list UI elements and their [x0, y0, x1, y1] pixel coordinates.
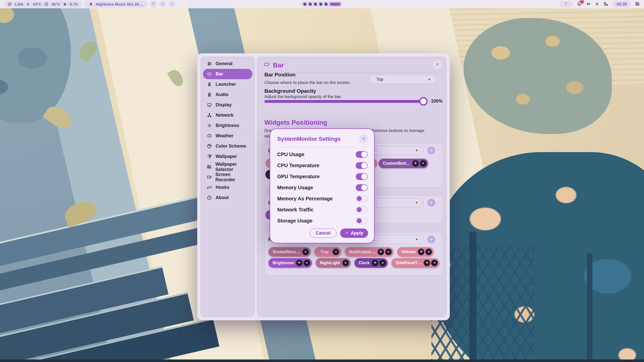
workspace-dot-1[interactable] [303, 3, 307, 6]
sidebar-item-color-scheme[interactable]: Color Scheme [203, 141, 252, 151]
widget-settings-button[interactable] [418, 249, 424, 255]
workspace-active-pill[interactable] [330, 3, 341, 6]
sidebar-item-brightness[interactable]: Brightness [203, 120, 252, 131]
gear-icon [425, 261, 429, 265]
remove-widget-button[interactable] [385, 249, 392, 255]
rocket-icon [207, 82, 212, 87]
widget-chip-notifications[interactable]: Notification… [345, 247, 393, 257]
gesture-button[interactable] [559, 1, 573, 8]
cpu-usage-toggle[interactable] [356, 151, 368, 158]
add-widget-button-left[interactable]: + [427, 147, 435, 154]
night-light-button[interactable] [603, 1, 609, 7]
memory-usage-toggle[interactable] [356, 184, 368, 191]
heart-icon [161, 2, 165, 7]
widget-settings-button[interactable] [372, 260, 378, 266]
widget-chip-nightlight[interactable]: NightLight [316, 258, 351, 268]
widget-chip-brightness[interactable]: Brightness [268, 258, 312, 268]
toggle-row-gpu-temperature: GPU Temperature [277, 171, 368, 182]
overview-grid-icon [635, 1, 640, 7]
notification-count-badge: 10 [579, 0, 584, 4]
toggle-row-storage-usage: Storage Usage [277, 215, 368, 226]
remove-widget-button[interactable] [304, 260, 310, 266]
close-icon [427, 250, 430, 254]
sidebar-item-launcher[interactable]: Launcher [203, 79, 252, 89]
gpu-temperature-toggle[interactable] [356, 173, 368, 180]
close-icon [305, 261, 308, 265]
dialog-title: SystemMonitor Settings [277, 136, 341, 142]
overview-button[interactable] [635, 1, 640, 7]
add-widget-button-center[interactable]: + [427, 199, 435, 207]
background-opacity-slider-knob[interactable] [419, 97, 428, 106]
gear-icon [374, 261, 377, 265]
close-settings-button[interactable] [433, 60, 442, 69]
close-icon [433, 261, 436, 265]
background-opacity-slider[interactable] [264, 100, 427, 103]
workspace-indicator[interactable] [301, 1, 343, 7]
memory-as-percentage-toggle[interactable] [356, 195, 368, 202]
workspace-dot-2[interactable] [309, 3, 312, 6]
widget-chip-tray[interactable]: Tray [314, 247, 341, 257]
system-stats-pill[interactable]: 1.8% 43°C 38°C 9.7G [4, 1, 82, 8]
remove-widget-button[interactable] [379, 260, 386, 266]
link-icon [207, 185, 212, 190]
remove-widget-button[interactable] [333, 249, 339, 255]
page-title: Bar [263, 61, 284, 69]
remove-widget-button[interactable] [342, 260, 349, 266]
background-opacity-label: Background Opacity [264, 88, 316, 94]
sidebar-item-general[interactable]: General [203, 59, 252, 69]
gear-icon [379, 250, 382, 254]
widget-settings-button[interactable] [424, 260, 430, 266]
remove-widget-button[interactable] [425, 249, 432, 255]
check-icon [345, 231, 349, 236]
widget-chip-sidepanel[interactable]: SidePanelT… [391, 258, 439, 268]
storage-usage-toggle[interactable] [356, 217, 368, 224]
oval-icon [263, 61, 270, 69]
widget-settings-button[interactable] [412, 160, 419, 167]
workspace-dot-3[interactable] [314, 3, 317, 6]
sidebar-item-network[interactable]: Network [203, 110, 252, 120]
widget-settings-button[interactable] [296, 260, 303, 266]
sidebar-item-wallpaper-selector[interactable]: Wallpaper Selector [203, 162, 252, 172]
widget-chip-volume[interactable]: Volume [397, 247, 434, 257]
clock[interactable]: 00:28 [612, 1, 631, 8]
close-icon [381, 261, 384, 265]
close-icon [422, 162, 424, 165]
network-traffic-toggle[interactable] [356, 206, 368, 213]
remove-widget-button[interactable] [431, 260, 438, 266]
volume-button[interactable] [586, 1, 591, 7]
sidebar-item-screen-recorder[interactable]: Screen Recorder [203, 172, 252, 182]
apply-button[interactable]: Apply [340, 229, 368, 238]
sidebar-item-wallpaper[interactable]: Wallpaper [203, 151, 252, 162]
bar-position-dropdown[interactable]: Top ▼ [370, 75, 436, 84]
cancel-button[interactable]: Cancel [310, 229, 337, 238]
sidebar-item-hooks[interactable]: Hooks [203, 182, 252, 193]
add-widget-button-right[interactable]: + [427, 236, 435, 243]
remove-widget-button[interactable] [420, 160, 426, 167]
sidebar-item-audio[interactable]: Audio [203, 89, 252, 100]
cpu-temperature-toggle[interactable] [356, 162, 368, 169]
workspace-dot-5[interactable] [325, 3, 328, 6]
widget-chip-screenrecorder[interactable]: ScreenReco… [268, 247, 311, 257]
close-dialog-button[interactable] [359, 134, 368, 144]
widget-settings-button[interactable] [378, 249, 384, 255]
media-player-pill[interactable]: Nightcore Music Mix 20… [85, 1, 147, 8]
heart-button-2[interactable] [169, 1, 175, 8]
heart-button-1[interactable] [159, 1, 166, 8]
toggle-row-memory-usage: Memory Usage [277, 182, 368, 193]
close-icon [344, 261, 347, 265]
sidebar-item-about[interactable]: About [203, 193, 252, 203]
gauge-icon [8, 2, 12, 6]
remove-widget-button[interactable] [302, 249, 309, 255]
chevron-down-icon: ▼ [415, 201, 418, 204]
settings-sidebar: General Bar Launcher Audio Display Netwo… [201, 57, 255, 317]
widget-chip-custombutton[interactable]: CustomButt… [379, 159, 428, 168]
sidebar-item-display[interactable]: Display [203, 100, 252, 110]
workspace-dot-4[interactable] [319, 3, 323, 6]
sidebar-item-bar[interactable]: Bar [203, 69, 252, 79]
close-icon [387, 250, 390, 254]
toggle-row-memory-as-percentage: Memory As Percentage [277, 193, 368, 204]
sidebar-item-weather[interactable]: Weather [203, 131, 252, 141]
skull-button[interactable] [150, 1, 157, 8]
widget-chip-clock[interactable]: Clock [354, 258, 388, 268]
brightness-button[interactable] [595, 2, 599, 7]
